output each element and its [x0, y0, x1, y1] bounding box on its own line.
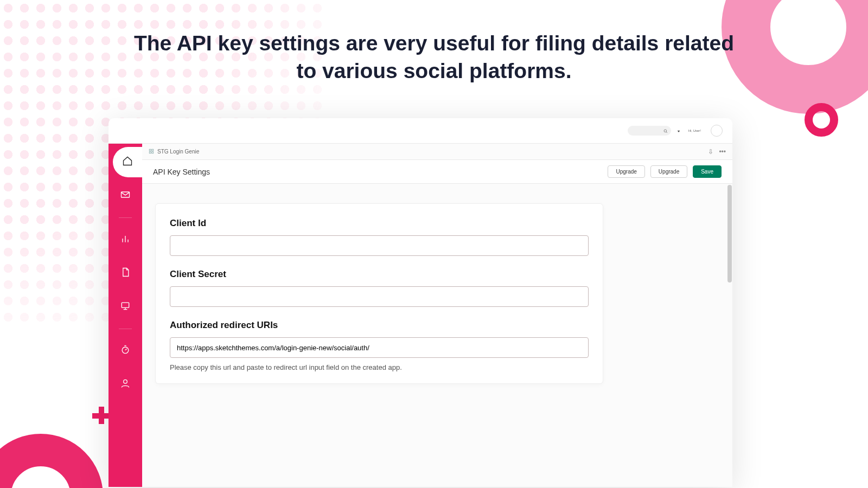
search-icon: [663, 126, 668, 136]
redirect-label: Authorized redirect URIs: [170, 320, 589, 331]
svg-point-0: [664, 130, 667, 132]
svg-rect-16: [149, 151, 151, 153]
breadcrumb: STG Login Genie ⇩ •••: [142, 144, 732, 160]
svg-rect-17: [152, 151, 154, 153]
sidebar-item-home[interactable]: [113, 147, 142, 177]
svg-rect-7: [122, 303, 129, 307]
decorative-ring-mid: [805, 103, 838, 137]
client-id-label: Client Id: [170, 218, 589, 229]
title-bar: API Key Settings Upgrade Upgrade Save: [142, 160, 732, 184]
svg-rect-14: [149, 149, 151, 151]
client-id-input[interactable]: [170, 235, 589, 256]
home-icon: [122, 156, 133, 169]
mail-icon: [120, 189, 131, 202]
decorative-plus: [92, 407, 110, 424]
upgrade-button-secondary[interactable]: Upgrade: [608, 165, 644, 178]
svg-point-10: [122, 347, 129, 354]
chevron-down-icon[interactable]: [676, 126, 681, 136]
sidebar-separator: [119, 217, 132, 218]
user-icon: [120, 378, 131, 391]
analytics-icon: [120, 233, 131, 246]
pin-icon[interactable]: ⇩: [708, 148, 713, 156]
sidebar-separator: [119, 329, 132, 329]
scroll-area[interactable]: Client Id Client Secret Authorized redir…: [142, 184, 732, 487]
top-bar: Hi, User!: [108, 118, 732, 144]
avatar[interactable]: [711, 125, 723, 137]
timer-icon: [120, 344, 131, 357]
grid-icon: [149, 149, 154, 155]
sidebar: [108, 144, 142, 487]
app-window: Hi, User!: [108, 118, 732, 487]
svg-rect-3: [122, 192, 130, 197]
scrollbar[interactable]: [727, 184, 732, 487]
svg-rect-15: [152, 149, 154, 151]
user-greeting: Hi, User!: [688, 129, 701, 132]
save-button[interactable]: Save: [693, 165, 722, 178]
sidebar-item-customers[interactable]: [108, 369, 142, 400]
redirect-helper-text: Please copy this url and paste to redire…: [170, 363, 589, 371]
sidebar-item-content[interactable]: [108, 258, 142, 288]
monitor-icon: [120, 300, 131, 313]
sidebar-item-online-store[interactable]: [108, 292, 142, 322]
client-secret-label: Client Secret: [170, 269, 589, 280]
svg-line-1: [666, 132, 667, 133]
breadcrumb-app-name[interactable]: STG Login Genie: [157, 149, 199, 155]
svg-line-11: [125, 349, 127, 350]
content-area: STG Login Genie ⇩ ••• API Key Settings U…: [142, 144, 732, 487]
settings-card: Client Id Client Secret Authorized redir…: [155, 203, 603, 384]
decorative-ring-bottom: [0, 434, 103, 488]
sidebar-item-orders[interactable]: [108, 181, 142, 211]
scrollbar-thumb[interactable]: [727, 185, 732, 282]
upgrade-button[interactable]: Upgrade: [650, 165, 687, 178]
client-secret-input[interactable]: [170, 286, 589, 307]
file-icon: [120, 267, 131, 280]
marketing-headline: The API key settings are very useful for…: [0, 30, 868, 85]
sidebar-item-discounts[interactable]: [108, 336, 142, 366]
search-input[interactable]: [628, 126, 671, 136]
svg-point-13: [124, 380, 127, 383]
sidebar-item-analytics[interactable]: [108, 224, 142, 255]
svg-marker-2: [678, 131, 680, 132]
more-icon[interactable]: •••: [719, 148, 726, 156]
page-title: API Key Settings: [153, 168, 210, 176]
redirect-uri-input[interactable]: [170, 337, 589, 358]
